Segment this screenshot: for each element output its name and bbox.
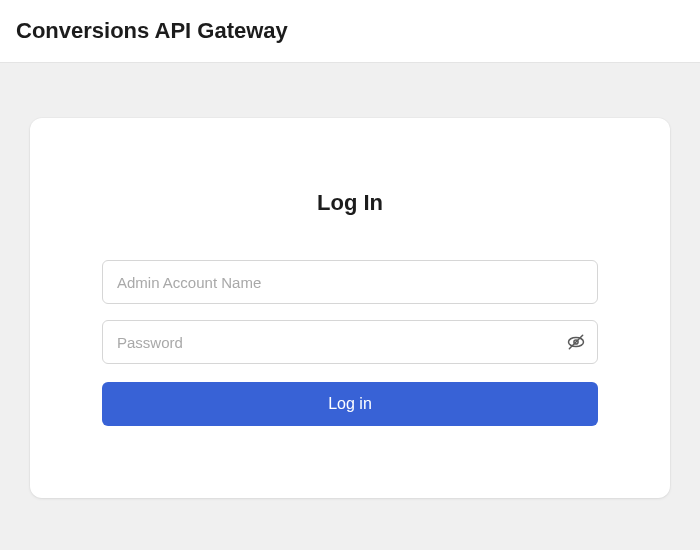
app-title: Conversions API Gateway — [16, 18, 684, 44]
login-button[interactable]: Log in — [102, 382, 598, 426]
password-field-wrap — [102, 320, 598, 364]
login-card: Log In Log in — [30, 118, 670, 498]
eye-off-icon[interactable] — [566, 332, 586, 352]
content-area: Log In Log in — [0, 63, 700, 498]
account-field-wrap — [102, 260, 598, 304]
account-input[interactable] — [102, 260, 598, 304]
app-header: Conversions API Gateway — [0, 0, 700, 63]
password-input[interactable] — [102, 320, 598, 364]
form-title: Log In — [102, 190, 598, 216]
